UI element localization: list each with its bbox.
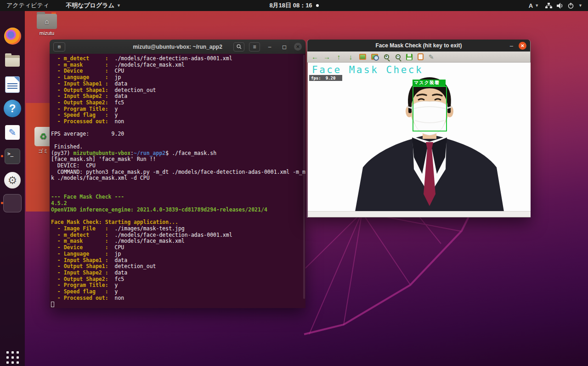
- clock[interactable]: 8月18日 08：16: [269, 1, 312, 10]
- desktop-icon-home[interactable]: ⌂ mizutu: [32, 14, 62, 36]
- face-mask-check-window: Face Mask Check (hit key to exit) – ✕ ←→…: [307, 40, 531, 217]
- terminal-line: - m_detect : ./models/face-detection-ada…: [51, 232, 305, 239]
- face-window-titlebar[interactable]: Face Mask Check (hit key to exit) – ✕: [307, 40, 530, 51]
- terminal-line: - Device : CPU: [51, 245, 305, 251]
- terminal-line: - Image File : ./images/mask-test.jpg: [51, 226, 305, 232]
- terminal-line: - Language : jp: [51, 251, 305, 257]
- dock-item-terminal[interactable]: >_: [3, 147, 22, 166]
- terminal-line: COMMAND: python3 face_mask.py -m_dt ./mo…: [51, 169, 305, 176]
- toolbar-save-icon[interactable]: [406, 54, 413, 60]
- toolbar-image-icon[interactable]: [359, 54, 366, 60]
- dock-item-files[interactable]: [3, 51, 22, 70]
- terminal-line: - m_mask : ./models/face_mask.xml: [51, 62, 305, 69]
- terminal-line: - Input Shape2 : data: [51, 93, 305, 100]
- text-editor-icon: ✎: [5, 125, 20, 140]
- toolbar-brush-icon[interactable]: ✎: [429, 53, 434, 61]
- terminal-cursor: [51, 302, 54, 307]
- terminal-titlebar[interactable]: ⊞ mizutu@ubuntu-vbox: ~/run_app2 ≡ – ◻ ✕: [50, 40, 305, 54]
- toolbar-up-icon[interactable]: ↑: [335, 53, 342, 61]
- help-icon: ?: [4, 100, 21, 117]
- terminal-line: - Output Shape2: fc5: [51, 276, 305, 283]
- fps-label: fps:: [311, 76, 321, 80]
- terminal-line: OpenVINO inference_engine: 2021.4.0-3839…: [51, 207, 305, 213]
- close-button[interactable]: ✕: [519, 42, 526, 50]
- terminal-line: - Input Shape2 : data: [51, 270, 305, 276]
- terminal-line: - Program Title: y: [51, 282, 305, 289]
- search-button[interactable]: [233, 42, 244, 51]
- fps-value: 9.20: [326, 76, 336, 80]
- home-glyph: ⌂: [45, 17, 49, 25]
- terminal-line: [51, 301, 305, 308]
- camera-view: Face Mask Check fps: 9.20 マスク装着: [308, 63, 531, 212]
- toolbar-forward-icon[interactable]: →: [323, 53, 330, 61]
- home-folder-label: mizutu: [32, 30, 62, 36]
- terminal-line: - Output Shape1: detection_out: [51, 87, 305, 94]
- terminal-line: - m_detect : ./models/face-detection-ada…: [51, 56, 305, 62]
- dock-item-settings[interactable]: ⚙: [3, 171, 22, 189]
- terminal-line: [51, 125, 305, 132]
- terminal-line: - Output Shape1: detection_out: [51, 263, 305, 270]
- toolbar-properties-icon[interactable]: [418, 53, 424, 60]
- face-window-title: Face Mask Check (hit key to exit): [307, 42, 530, 49]
- terminal-line: [face_mask.sh] 'face_mask' Run !!: [51, 156, 305, 163]
- terminal-line: Finished.: [51, 144, 305, 150]
- terminal-line: - Input Shape1 : data: [51, 81, 305, 87]
- dock-item-firefox[interactable]: [3, 27, 22, 45]
- unknown-app-icon: [3, 194, 22, 212]
- minimize-button[interactable]: –: [510, 42, 513, 49]
- dock: ?✎>_⚙: [0, 11, 25, 366]
- dock-item-text-editor[interactable]: ✎: [3, 123, 22, 142]
- terminal-line: [51, 182, 305, 188]
- terminal-line: - Processed out: non: [51, 295, 305, 302]
- recycle-glyph: ♻: [40, 132, 47, 142]
- terminal-line: k ./models/face_mask.xml -d CPU: [51, 175, 305, 182]
- terminal-line: - Output Shape2: fc5: [51, 100, 305, 106]
- terminal-line: - Processed out: non: [51, 119, 305, 125]
- terminal-line: - Input Shape1 : data: [51, 257, 305, 264]
- notification-dot: [316, 4, 319, 7]
- overlay-title: Face Mask Check: [312, 64, 423, 75]
- running-indicator-dot: [1, 155, 3, 157]
- terminal-line: (py37) mizutu@ubuntu-vbox:~/run_app2$ ./…: [51, 150, 305, 157]
- new-tab-button[interactable]: ⊞: [53, 42, 65, 51]
- terminal-line: - Language : jp: [51, 74, 305, 81]
- terminal-window: ⊞ mizutu@ubuntu-vbox: ~/run_app2 ≡ – ◻ ✕…: [50, 40, 305, 308]
- detection-label: マスク装着: [413, 80, 446, 86]
- firefox-icon: [4, 28, 21, 45]
- terminal-line: FPS average: 9.20: [51, 131, 305, 137]
- settings-gear-icon: ⚙: [4, 172, 21, 189]
- dock-item-help[interactable]: ?: [3, 99, 22, 118]
- toolbar-down-icon[interactable]: ↓: [347, 53, 354, 61]
- maximize-button[interactable]: ◻: [279, 44, 289, 50]
- running-indicator-dot: [1, 202, 3, 204]
- terminal-line: - Program Title: y: [51, 106, 305, 113]
- dock-item-unknown-app[interactable]: [3, 194, 22, 212]
- terminal-line: - Speed flag : y: [51, 112, 305, 119]
- terminal-icon: >_: [5, 149, 20, 164]
- files-icon: [5, 55, 20, 67]
- detection-bounding-box: [413, 86, 447, 132]
- terminal-line: - Device : CPU: [51, 68, 305, 74]
- minimize-button[interactable]: –: [265, 44, 275, 50]
- menu-button[interactable]: ≡: [249, 42, 260, 51]
- toolbar-zoom-fit-icon[interactable]: [371, 54, 378, 60]
- dock-item-libreoffice-writer[interactable]: [3, 75, 22, 94]
- terminal-line: [51, 188, 305, 194]
- fps-badge: fps: 9.20: [309, 75, 342, 81]
- terminal-line: DEVICE: CPU: [51, 163, 305, 169]
- toolbar-zoom-in-icon[interactable]: +: [383, 54, 390, 60]
- close-button[interactable]: ✕: [294, 43, 302, 51]
- libreoffice-writer-icon: [6, 77, 19, 92]
- show-applications-button[interactable]: [3, 348, 22, 366]
- search-icon: [237, 44, 242, 49]
- face-window-statusbar: [308, 211, 531, 217]
- terminal-output[interactable]: - m_detect : ./models/face-detection-ada…: [50, 54, 305, 308]
- terminal-line: [51, 213, 305, 220]
- terminal-line: [51, 137, 305, 144]
- terminal-line: - m_mask : ./models/face_mask.xml: [51, 238, 305, 245]
- terminal-scrollbar[interactable]: [303, 55, 305, 299]
- toolbar-back-icon[interactable]: ←: [311, 53, 318, 61]
- terminal-line: - Speed flag : y: [51, 289, 305, 295]
- toolbar-zoom-out-icon[interactable]: −: [395, 54, 401, 60]
- terminal-line: --- Face Mask Check ---: [51, 194, 305, 200]
